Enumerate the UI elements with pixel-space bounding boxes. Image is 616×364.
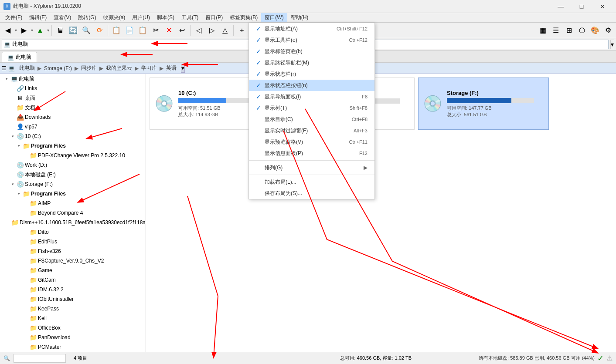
wm-arrange[interactable]: 排列(G) ▶ bbox=[249, 162, 374, 173]
bc-english[interactable]: 英语 bbox=[163, 64, 179, 73]
tree-item-vip57[interactable]: 👤 vip57 bbox=[0, 122, 146, 131]
tab-thispc[interactable]: 💻 此电脑 bbox=[2, 52, 37, 62]
bc-thispc[interactable]: 此电脑 bbox=[17, 64, 37, 73]
wm-show-statusbtn[interactable]: ✓ 显示状态栏按钮(n) bbox=[249, 80, 374, 91]
tree-item-game[interactable]: 📁 Game bbox=[0, 266, 146, 275]
up-button[interactable]: ▲ bbox=[34, 24, 46, 37]
status-ok-icon[interactable]: ✓ bbox=[597, 354, 604, 363]
tree-item-pcmaster[interactable]: 📁 PCMaster bbox=[0, 342, 146, 352]
settings-button[interactable]: ⚙ bbox=[602, 24, 614, 37]
menu-favorites[interactable]: 收藏夹(a) bbox=[100, 13, 129, 22]
tree-item-thispc[interactable]: ▾ 💻 此电脑 bbox=[0, 74, 146, 84]
copy-path-button[interactable]: 📋 bbox=[110, 24, 123, 37]
undo-button[interactable]: ↩ bbox=[176, 24, 188, 37]
tree-item-iobit[interactable]: 📁 IObitUninstaller bbox=[0, 294, 146, 304]
tree-item-keil[interactable]: 📁 Keil bbox=[0, 313, 146, 323]
refresh-button[interactable]: 🔄 bbox=[67, 24, 79, 37]
tree-item-desktop[interactable]: 🖥 桌面 bbox=[0, 93, 146, 103]
forward-dropdown[interactable]: ▾ bbox=[31, 28, 33, 33]
status-alert-icon[interactable]: ⚠ bbox=[606, 354, 613, 362]
computer-button[interactable]: 🖥 bbox=[54, 24, 66, 37]
nav-back2[interactable]: ◁ bbox=[193, 24, 205, 37]
tree-item-fscapture[interactable]: 📁 FSCapture_Ver.9.0_Chs_V2 bbox=[0, 256, 146, 266]
expand-icon[interactable]: ▾ bbox=[3, 76, 10, 82]
tree-item-pdfxchange[interactable]: 📁 PDF-XChange Viewer Pro 2.5.322.10 bbox=[0, 151, 146, 160]
drive-card-f[interactable]: 💿 Storage (F:) 可用空间: 147.77 GB 总大小: 561.… bbox=[418, 78, 549, 130]
bc-storage[interactable]: Storage (F:) bbox=[41, 64, 75, 72]
color-button[interactable]: 🎨 bbox=[589, 24, 601, 37]
search-button[interactable]: 🔍 bbox=[80, 24, 92, 37]
menu-window-w[interactable]: 窗口(W) bbox=[261, 13, 287, 22]
expand-icon7[interactable]: ▾ bbox=[10, 133, 16, 139]
menu-help[interactable]: 帮助(H) bbox=[287, 13, 312, 22]
menu-tabs[interactable]: 标签页集(B) bbox=[226, 13, 261, 22]
menu-view[interactable]: 查看(V) bbox=[50, 13, 75, 22]
bc-expand-icon[interactable]: ☰ bbox=[2, 65, 7, 71]
wm-show-address[interactable]: ✓ 显示地址栏(A) Ctrl+Shift+F12 bbox=[249, 23, 374, 34]
view-large[interactable]: ▦ bbox=[537, 24, 549, 37]
wm-show-navpanel[interactable]: ✓ 显示导航面板(I) F8 bbox=[249, 91, 374, 102]
tree-item-docs[interactable]: 📁 文档 bbox=[0, 103, 146, 112]
expand-icon13[interactable]: ▾ bbox=[16, 191, 22, 197]
tree-item-editplus[interactable]: 📁 EditPlus bbox=[0, 237, 146, 246]
wm-show-tabbar[interactable]: ✓ 显示标签页栏(b) bbox=[249, 46, 374, 57]
menu-window-p[interactable]: 窗口(P) bbox=[202, 13, 226, 22]
maximize-button[interactable]: □ bbox=[572, 0, 592, 13]
back-button[interactable]: ◀ bbox=[2, 24, 14, 37]
tree-item-downloads[interactable]: 📥 Downloads bbox=[0, 112, 146, 122]
expand-icon8[interactable]: ▾ bbox=[16, 143, 22, 149]
tree-item-workd[interactable]: 💿 Work (D:) bbox=[0, 160, 146, 170]
tree-item-dism[interactable]: 📁 Dism++10.1.1000.51B_6feef5fa1ea53930ec… bbox=[0, 218, 146, 227]
tree-item-ditto[interactable]: 📁 Ditto bbox=[0, 227, 146, 237]
expand-icon12[interactable]: ▾ bbox=[10, 181, 16, 187]
wm-show-preview[interactable]: 显示预览窗格(V) Ctrl+F11 bbox=[249, 136, 374, 148]
menu-goto[interactable]: 跳转(G) bbox=[75, 13, 99, 22]
wm-show-tree[interactable]: ✓ 显示树(T) Shift+F8 bbox=[249, 102, 374, 114]
wm-save-layout[interactable]: 保存布局为(S)... bbox=[249, 188, 374, 199]
wm-show-catalog[interactable]: 显示目录(C) Ctrl+F8 bbox=[249, 114, 374, 125]
filter-button[interactable]: ⬡ bbox=[576, 24, 588, 37]
wm-show-livefilter[interactable]: 显示实时过滤窗(F) Alt+F3 bbox=[249, 125, 374, 136]
tree-item-c[interactable]: ▾ 💿 10 (C:) bbox=[0, 131, 146, 141]
tree-item-keepass[interactable]: 📁 KeePass bbox=[0, 304, 146, 313]
tree-item-fish[interactable]: 📁 Fish-v326 bbox=[0, 246, 146, 256]
tree-item-locale[interactable]: 💿 本地磁盘 (E:) bbox=[0, 170, 146, 179]
delete-button[interactable]: ✕ bbox=[163, 24, 175, 37]
wm-show-toolbar[interactable]: ✓ 显示工具栏(o) Ctrl+F12 bbox=[249, 34, 374, 46]
tree-item-links[interactable]: 🔗 Links bbox=[0, 84, 146, 93]
wm-show-statusbar[interactable]: ✓ 显示状态栏(r) bbox=[249, 68, 374, 80]
wm-show-pathbar[interactable]: ✓ 显示路径导航栏(M) bbox=[249, 57, 374, 68]
sync-button[interactable]: ⟳ bbox=[93, 24, 106, 37]
tree-item-storage-f[interactable]: ▾ 💿 Storage (F:) bbox=[0, 179, 146, 189]
tree-item-program-files-f[interactable]: ▾ 📁 Program Files bbox=[0, 189, 146, 199]
up-dropdown[interactable]: ▾ bbox=[47, 28, 49, 33]
tree-item-pandl[interactable]: 📁 PanDownload bbox=[0, 333, 146, 342]
wm-show-infopanel[interactable]: 显示信息面板(P) F12 bbox=[249, 148, 374, 159]
new-tab-button[interactable]: + bbox=[236, 24, 248, 37]
status-search-input[interactable] bbox=[14, 354, 66, 363]
nav-fwd2[interactable]: ▷ bbox=[206, 24, 218, 37]
paste-button[interactable]: 📋 bbox=[136, 24, 149, 37]
tree-item-beyond[interactable]: 📁 Beyond Compare 4 bbox=[0, 208, 146, 218]
tree-item-idm[interactable]: 📁 IDM.6.32.2 bbox=[0, 285, 146, 294]
menu-file[interactable]: 文件(F) bbox=[2, 13, 26, 22]
tree-item-gitcam[interactable]: 📁 GitCam bbox=[0, 275, 146, 285]
wm-load-layout[interactable]: 加载布局(L)... bbox=[249, 176, 374, 188]
bc-xuexi[interactable]: 学习库 bbox=[139, 64, 160, 73]
tree-item-officebox[interactable]: 📁 OfficeBox bbox=[0, 323, 146, 333]
cut-button[interactable]: ✂ bbox=[150, 24, 162, 37]
menu-user[interactable]: 用户(U) bbox=[129, 13, 153, 22]
back-dropdown[interactable]: ▾ bbox=[15, 28, 17, 33]
menu-edit[interactable]: 编辑(E) bbox=[26, 13, 50, 22]
bc-sync[interactable]: 同步库 bbox=[78, 64, 99, 73]
copy-button[interactable]: 📄 bbox=[123, 24, 136, 37]
close-button[interactable]: ✕ bbox=[592, 0, 613, 13]
tree-item-aimp[interactable]: 📁 AIMP bbox=[0, 199, 146, 208]
menu-tools[interactable]: 工具(T) bbox=[178, 13, 202, 22]
bc-dropdown[interactable]: ▾ bbox=[181, 64, 185, 73]
view-detail[interactable]: ☰ bbox=[550, 24, 562, 37]
minimize-button[interactable]: — bbox=[551, 0, 571, 13]
tree-item-program-files-c[interactable]: ▾ 📁 Program Files bbox=[0, 141, 146, 151]
view-tile[interactable]: ⊞ bbox=[563, 24, 575, 37]
menu-script[interactable]: 脚本(S) bbox=[153, 13, 178, 22]
